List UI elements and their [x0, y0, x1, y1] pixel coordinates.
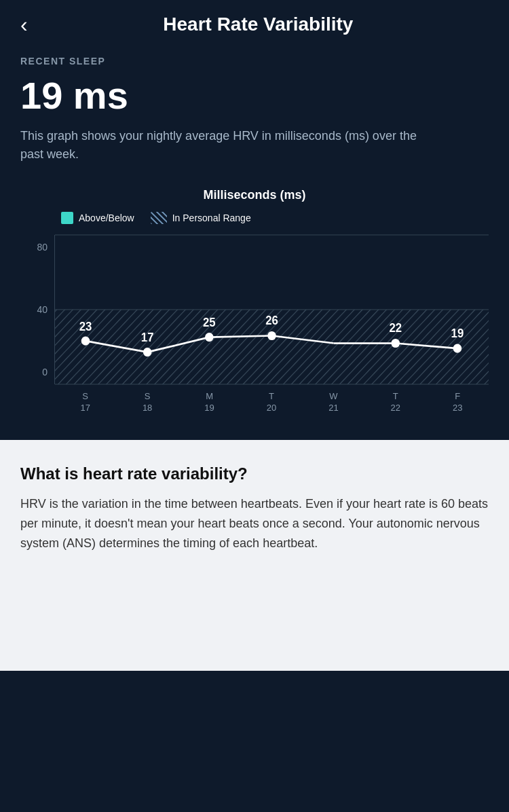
x-date-s18: 18 — [143, 403, 152, 413]
x-label-w21: W 21 — [306, 391, 360, 413]
section-label: RECENT SLEEP — [20, 56, 489, 67]
x-label-f23: F 23 — [430, 391, 485, 413]
x-date-f23: 23 — [453, 403, 462, 413]
svg-text:23: 23 — [79, 319, 92, 333]
legend-teal-swatch — [61, 212, 73, 224]
chart-title: Milliseconds (ms) — [20, 188, 489, 202]
legend-hatch-swatch — [151, 212, 167, 224]
svg-point-11 — [81, 337, 90, 346]
hrv-description: This graph shows your nightly average HR… — [20, 127, 428, 164]
x-date-t22: 22 — [391, 403, 400, 413]
x-day-t22: T — [393, 391, 398, 401]
x-date-t20: 20 — [267, 403, 276, 413]
legend-in-range-label: In Personal Range — [172, 213, 251, 223]
x-label-s18: S 18 — [120, 391, 174, 413]
svg-text:22: 22 — [389, 321, 402, 335]
svg-point-15 — [391, 339, 400, 348]
x-label-t22: T 22 — [369, 391, 423, 413]
chart-plot: 23 17 25 26 22 19 — [54, 235, 489, 384]
x-label-s17: S 17 — [58, 391, 113, 413]
info-text: HRV is the variation in the time between… — [20, 494, 489, 553]
top-section: ‹ Heart Rate Variability RECENT SLEEP 19… — [0, 0, 509, 440]
svg-text:25: 25 — [203, 316, 216, 329]
svg-point-14 — [267, 331, 276, 340]
chart-legend: Above/Below In Personal Range — [20, 212, 489, 224]
header: ‹ Heart Rate Variability — [20, 0, 489, 56]
y-label-40: 40 — [20, 304, 48, 315]
svg-text:17: 17 — [141, 331, 154, 344]
svg-text:19: 19 — [451, 326, 464, 339]
x-day-t20: T — [269, 391, 274, 401]
y-axis: 80 40 0 — [20, 235, 54, 384]
chart-svg: 23 17 25 26 22 19 — [55, 235, 489, 384]
legend-above-below: Above/Below — [61, 212, 134, 224]
x-date-s17: 17 — [80, 403, 90, 413]
x-date-m19: 19 — [204, 403, 214, 413]
page-title: Heart Rate Variability — [28, 14, 489, 35]
svg-text:26: 26 — [265, 314, 278, 327]
y-label-80: 80 — [20, 242, 48, 253]
x-day-s17: S — [82, 391, 88, 401]
x-day-m19: M — [206, 391, 213, 401]
chart-area: 80 40 0 — [20, 235, 489, 384]
svg-point-13 — [205, 333, 214, 342]
legend-in-range: In Personal Range — [151, 212, 251, 224]
x-date-w21: 21 — [328, 403, 338, 413]
svg-point-12 — [143, 348, 152, 356]
hrv-value: 19 ms — [20, 73, 489, 117]
bottom-section: What is heart rate variability? HRV is t… — [0, 440, 509, 671]
info-title: What is heart rate variability? — [20, 464, 489, 483]
svg-point-16 — [453, 344, 462, 353]
x-label-m19: M 19 — [183, 391, 237, 413]
x-day-f23: F — [455, 391, 460, 401]
back-button[interactable]: ‹ — [20, 14, 28, 35]
x-axis: S 17 S 18 M 19 T 20 W 21 T 22 — [20, 391, 489, 413]
legend-above-below-label: Above/Below — [79, 213, 134, 223]
x-label-t20: T 20 — [244, 391, 299, 413]
y-label-0: 0 — [20, 367, 48, 377]
chart-container: Milliseconds (ms) Above/Below In Persona… — [20, 188, 489, 413]
x-day-s18: S — [145, 391, 151, 401]
x-day-w21: W — [329, 391, 337, 401]
